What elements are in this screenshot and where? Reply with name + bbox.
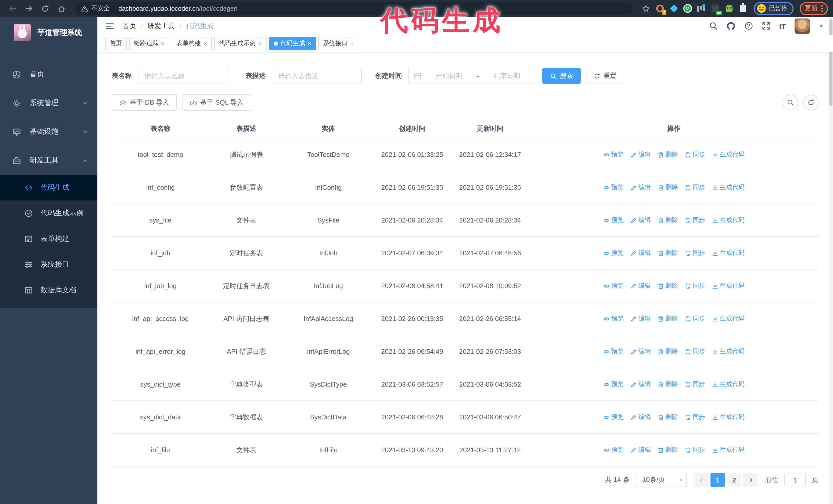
reset-button[interactable]: 重置 — [586, 68, 624, 84]
tab-codegen-example[interactable]: 代码生成示例× — [214, 37, 266, 50]
scrollbar-thumb[interactable] — [829, 19, 832, 106]
extension-icon-alien[interactable] — [724, 4, 734, 13]
close-icon[interactable]: × — [204, 40, 207, 47]
generate-code-link[interactable]: 生成代码 — [712, 314, 744, 324]
generate-code-link[interactable]: 生成代码 — [712, 183, 744, 193]
generate-code-link[interactable]: 生成代码 — [712, 215, 744, 225]
sync-link[interactable]: 同步 — [685, 183, 705, 193]
preview-link[interactable]: 预览 — [603, 445, 624, 455]
edit-link[interactable]: 编辑 — [630, 281, 651, 291]
prev-page-button[interactable] — [694, 473, 709, 487]
edit-link[interactable]: 编辑 — [630, 346, 651, 357]
page-button-2[interactable]: 2 — [727, 473, 741, 487]
start-date-placeholder[interactable]: 开始日期 — [426, 71, 473, 80]
edit-link[interactable]: 编辑 — [630, 445, 651, 455]
browser-home-icon[interactable] — [54, 1, 69, 16]
preview-link[interactable]: 预览 — [603, 248, 624, 258]
generate-code-link[interactable]: 生成代码 — [712, 281, 744, 291]
table-desc-input[interactable] — [272, 68, 362, 84]
preview-link[interactable]: 预览 — [603, 346, 624, 357]
sync-link[interactable]: 同步 — [685, 150, 705, 160]
edit-link[interactable]: 编辑 — [630, 379, 651, 390]
delete-link[interactable]: 删除 — [658, 150, 678, 160]
preview-link[interactable]: 预览 — [603, 314, 624, 324]
sync-link[interactable]: 同步 — [685, 412, 705, 423]
sync-link[interactable]: 同步 — [685, 346, 705, 357]
sidebar-item-infra[interactable]: 基础设施 — [0, 117, 97, 146]
preview-link[interactable]: 预览 — [603, 412, 624, 423]
preview-link[interactable]: 预览 — [603, 379, 624, 390]
sidebar-subitem-codegen[interactable]: 代码生成 — [0, 175, 97, 200]
extension-icon-puzzle[interactable] — [738, 4, 747, 13]
preview-link[interactable]: 预览 — [603, 215, 624, 225]
extension-icon-gem[interactable] — [669, 4, 678, 13]
sidebar-subitem-form-builder[interactable]: 表单构建 — [0, 226, 97, 252]
page-scrollbar[interactable] — [829, 17, 833, 504]
search-button[interactable]: 搜索 — [542, 68, 581, 84]
close-icon[interactable]: × — [258, 40, 262, 47]
delete-link[interactable]: 删除 — [658, 314, 678, 324]
delete-link[interactable]: 删除 — [658, 183, 678, 193]
address-bar[interactable]: 不安全 dashboard.yudao.iocoder.cn/tool/code… — [75, 2, 633, 15]
edit-link[interactable]: 编辑 — [630, 150, 651, 160]
close-icon[interactable]: × — [350, 40, 354, 47]
tab-home[interactable]: 首页 — [105, 37, 127, 50]
browser-back-icon[interactable] — [5, 1, 20, 16]
sync-link[interactable]: 同步 — [685, 445, 705, 455]
page-size-select[interactable]: 10条/页 ▾ — [636, 473, 687, 487]
extension-icon-orange[interactable]: 1 — [655, 4, 664, 13]
browser-profile-chip[interactable]: 已暂停 — [754, 2, 793, 15]
page-button-1[interactable]: 1 — [711, 473, 725, 487]
close-icon[interactable]: × — [161, 40, 165, 47]
delete-link[interactable]: 删除 — [658, 215, 678, 225]
edit-link[interactable]: 编辑 — [630, 412, 651, 423]
sync-link[interactable]: 同步 — [685, 379, 705, 390]
browser-reload-icon[interactable] — [38, 1, 52, 16]
extension-icon-green-v[interactable]: V — [683, 4, 692, 13]
user-menu-caret-icon[interactable]: ▼ — [819, 23, 824, 29]
tab-trace[interactable]: 链路追踪× — [129, 37, 169, 50]
delete-link[interactable]: 删除 — [658, 379, 678, 390]
import-sql-button[interactable]: 基于 SQL 导入 — [182, 94, 252, 111]
edit-link[interactable]: 编辑 — [630, 215, 651, 225]
delete-link[interactable]: 删除 — [658, 445, 678, 455]
preview-link[interactable]: 预览 — [603, 183, 624, 193]
browser-forward-icon[interactable] — [22, 1, 36, 16]
font-size-icon[interactable]: tT — [779, 22, 786, 30]
next-page-button[interactable] — [743, 473, 758, 487]
end-date-placeholder[interactable]: 结束日期 — [483, 71, 530, 80]
sync-link[interactable]: 同步 — [685, 314, 705, 324]
github-icon[interactable] — [727, 21, 736, 30]
user-avatar[interactable] — [794, 18, 810, 33]
help-icon[interactable] — [744, 22, 753, 30]
import-db-button[interactable]: 基于 DB 导入 — [112, 94, 177, 111]
search-icon[interactable] — [709, 22, 718, 30]
extension-icon-columns[interactable] — [697, 4, 706, 13]
delete-link[interactable]: 删除 — [658, 412, 678, 423]
security-chip[interactable]: 不安全 — [81, 4, 110, 13]
fullscreen-icon[interactable] — [762, 22, 770, 30]
sync-link[interactable]: 同步 — [685, 248, 705, 258]
delete-link[interactable]: 删除 — [658, 281, 678, 291]
preview-link[interactable]: 预览 — [603, 150, 624, 160]
edit-link[interactable]: 编辑 — [630, 314, 651, 324]
edit-link[interactable]: 编辑 — [630, 248, 651, 258]
sidebar-item-system[interactable]: 系统管理 — [0, 89, 97, 117]
table-name-input[interactable] — [138, 68, 228, 84]
sidebar-collapse-icon[interactable] — [97, 21, 118, 30]
refresh-table-button[interactable] — [803, 95, 819, 110]
sidebar-subitem-codegen-example[interactable]: 代码生成示例 — [0, 200, 97, 226]
generate-code-link[interactable]: 生成代码 — [712, 379, 744, 390]
generate-code-link[interactable]: 生成代码 — [712, 248, 744, 258]
edit-link[interactable]: 编辑 — [630, 183, 651, 193]
generate-code-link[interactable]: 生成代码 — [712, 412, 744, 423]
sync-link[interactable]: 同步 — [685, 215, 705, 225]
breadcrumb-home[interactable]: 首页 — [122, 21, 136, 30]
browser-update-button[interactable]: 更新 — [800, 2, 828, 15]
sidebar-subitem-system-api[interactable]: 系统接口 — [0, 252, 97, 278]
generate-code-link[interactable]: 生成代码 — [712, 150, 744, 160]
generate-code-link[interactable]: 生成代码 — [712, 346, 744, 357]
url-text[interactable]: dashboard.yudao.iocoder.cn/tool/codegen — [118, 5, 237, 12]
sidebar-item-devtools[interactable]: 研发工具 — [0, 146, 97, 175]
tab-codegen[interactable]: 代码生成× — [269, 37, 316, 50]
